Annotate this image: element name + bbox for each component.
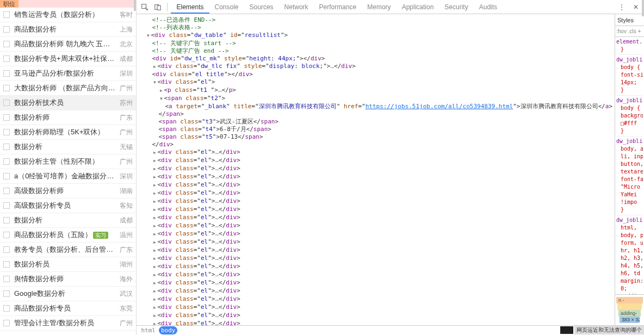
css-rule[interactable]: dw_joblist…body {background-color: □#fff… xyxy=(616,97,643,137)
checkbox[interactable] xyxy=(3,55,10,62)
checkbox[interactable] xyxy=(3,188,10,194)
checkbox[interactable] xyxy=(3,70,10,77)
dom-node[interactable]: <p class="t1 ">…</p> xyxy=(137,86,615,95)
dom-node[interactable]: <div class="el">…</div> xyxy=(137,255,615,263)
devtools-tab-elements[interactable]: Elements xyxy=(171,0,209,14)
job-row[interactable]: 数据分析无锡 xyxy=(0,140,136,154)
css-rule[interactable]: dw_joblist…body { font-size: 14px;} xyxy=(616,56,643,96)
dom-node[interactable]: <div class="dw_tlc fix" style="display: … xyxy=(137,63,615,71)
checkbox[interactable] xyxy=(3,217,10,224)
dom-node[interactable]: <!--已选条件 END--> xyxy=(137,16,615,24)
dom-node[interactable]: <div class="el">…</div> xyxy=(137,312,615,320)
checkbox[interactable] xyxy=(3,158,10,165)
checkbox[interactable] xyxy=(3,232,10,238)
job-row[interactable]: 高级数据分析师湖南 xyxy=(0,184,136,198)
job-row[interactable]: 管理会计主管/数据分析员广州 xyxy=(0,316,136,331)
job-row[interactable]: 舆情数据分析师海外 xyxy=(0,272,136,287)
styles-filter[interactable]: :hov .cls + xyxy=(615,26,644,37)
dom-node[interactable]: <span class="t5">07-13</span> xyxy=(137,133,615,141)
dom-node[interactable]: <!-- 关键字广告 end --> xyxy=(137,47,615,55)
checkbox[interactable] xyxy=(3,290,10,297)
dom-node[interactable]: <div class="el">…</div> xyxy=(137,287,615,295)
devtools-tab-console[interactable]: Console xyxy=(209,0,244,14)
checkbox[interactable] xyxy=(3,305,10,312)
dom-node[interactable]: <div class="dw_table" id="resultlist"> xyxy=(137,32,615,40)
dom-node[interactable]: <div class="el">…</div> xyxy=(137,230,615,238)
checkbox[interactable] xyxy=(3,261,10,268)
dom-node[interactable]: <a target="_blank" title="深圳市腾讯教育科技有限公司"… xyxy=(137,103,615,110)
checkbox[interactable] xyxy=(3,129,10,135)
dom-node[interactable]: <div class="el">…</div> xyxy=(137,173,615,181)
devtools-tab-sources[interactable]: Sources xyxy=(244,0,279,14)
job-row[interactable]: 大数据分析师 （数据产品方向 ）广州 xyxy=(0,81,136,96)
dom-node[interactable]: <div class="el">…</div> xyxy=(137,320,615,325)
device-toggle-icon[interactable] xyxy=(152,1,164,13)
dom-node[interactable]: <div class="el">…</div> xyxy=(137,271,615,279)
dom-node[interactable]: <span class="t2"> xyxy=(137,95,615,103)
job-row[interactable]: 高级数据分析专员客知 xyxy=(0,198,136,213)
dom-node[interactable]: <div class="el">…</div> xyxy=(137,181,615,189)
dom-node[interactable]: <!-- 关键字广告 start --> xyxy=(137,40,615,47)
thumbnail[interactable] xyxy=(560,326,573,334)
checkbox[interactable] xyxy=(3,100,10,106)
dom-node[interactable]: <div class="el title"></div> xyxy=(137,71,615,78)
styles-tab[interactable]: Styles xyxy=(615,14,644,26)
job-row[interactable]: 商品数据分析员（五险）实习温州 xyxy=(0,228,136,243)
devtools-tab-network[interactable]: Network xyxy=(279,0,314,14)
job-row[interactable]: 数据分析师广东 xyxy=(0,110,136,125)
dom-node[interactable]: </div> xyxy=(137,141,615,148)
css-rule[interactable]: dw_joblist…body, a,li, input,button,text… xyxy=(616,138,643,215)
job-row[interactable]: 商品数据分析专员东莞 xyxy=(0,301,136,316)
checkbox[interactable] xyxy=(3,11,10,18)
checkbox[interactable] xyxy=(3,41,10,47)
dom-node[interactable]: <div class="el">…</div> xyxy=(137,189,615,197)
checkbox[interactable] xyxy=(3,276,10,282)
job-row[interactable]: 商品数据分析师 朝九晚六 五险一金 双...北京 xyxy=(0,37,136,52)
dom-node[interactable]: <div class="el">…</div> xyxy=(137,303,615,312)
styles-rules[interactable]: element.style {}dw_joblist…body { font-s… xyxy=(615,37,644,294)
checkbox[interactable] xyxy=(3,173,10,179)
scrollbar-thumb[interactable] xyxy=(134,0,136,11)
dom-node[interactable]: <div class="el">…</div> xyxy=(137,148,615,157)
devtools-tab-memory[interactable]: Memory xyxy=(362,0,396,14)
dom-node[interactable]: <div class="el">…</div> xyxy=(137,295,615,303)
devtools-tab-performance[interactable]: Performance xyxy=(314,0,362,14)
dom-node[interactable]: <div class="el">…</div> xyxy=(137,165,615,173)
checkbox[interactable] xyxy=(3,26,10,33)
job-row[interactable]: Google数据分析武汉 xyxy=(0,287,136,301)
checkbox[interactable] xyxy=(3,85,10,91)
css-rule[interactable]: dw_joblist…html,body, p,form, ul,hr, h1,… xyxy=(616,216,643,294)
tab-position[interactable]: 职位 xyxy=(0,0,18,8)
elements-tree[interactable]: <!--已选条件 END--><!--列表表格--><div class="dw… xyxy=(137,14,615,325)
breadcrumb-body[interactable]: body xyxy=(159,326,178,334)
job-row[interactable]: a（0经验可培养）金融数据分析师/助理深圳 xyxy=(0,169,136,184)
dom-node[interactable]: <div class="el">…</div> xyxy=(137,206,615,214)
more-icon[interactable]: ⋮ xyxy=(616,1,628,13)
checkbox[interactable] xyxy=(3,202,10,209)
devtools-tab-security[interactable]: Security xyxy=(439,0,473,14)
checkbox[interactable] xyxy=(3,246,10,253)
dom-node[interactable]: <div id="dw_tlc_mk" style="height: 44px;… xyxy=(137,55,615,63)
job-row[interactable]: 数据分析主管（性别不限）广州 xyxy=(0,154,136,169)
job-row[interactable]: 商品数据分析上海 xyxy=(0,22,136,37)
job-row[interactable]: 数据分析员湖州 xyxy=(0,257,136,272)
job-row[interactable]: 亚马逊产品分析/数据分析深圳 xyxy=(0,66,136,81)
dom-node[interactable]: <div class="el">…</div> xyxy=(137,214,615,222)
job-row[interactable]: 销售运营专员（数据分析）客时 xyxy=(0,8,136,22)
dom-node[interactable]: <div class="el">…</div> xyxy=(137,222,615,230)
devtools-tab-application[interactable]: Application xyxy=(397,0,439,14)
dom-node[interactable]: <div class="el"> xyxy=(137,78,615,86)
dom-node[interactable]: </span> xyxy=(137,110,615,118)
checkbox[interactable] xyxy=(3,144,10,150)
dom-node[interactable]: <div class="el">…</div> xyxy=(137,279,615,287)
dom-node[interactable]: <!--列表表格--> xyxy=(137,24,615,32)
dom-node[interactable]: <div class="el">…</div> xyxy=(137,157,615,165)
checkbox[interactable] xyxy=(3,114,10,121)
dom-node[interactable]: <div class="el">…</div> xyxy=(137,246,615,255)
close-icon[interactable]: ✕ xyxy=(630,1,642,13)
dom-node[interactable]: <span class="t3">武汉-江夏区</span> xyxy=(137,118,615,126)
breadcrumb-html[interactable]: html xyxy=(139,326,158,334)
dom-node[interactable]: <div class="el">…</div> xyxy=(137,263,615,271)
job-row[interactable]: 数据分析专员+周末双休+社保+底.实习成都 xyxy=(0,52,136,66)
job-row[interactable]: 教务专员（数据分析、后台管理方向）广东 xyxy=(0,243,136,257)
